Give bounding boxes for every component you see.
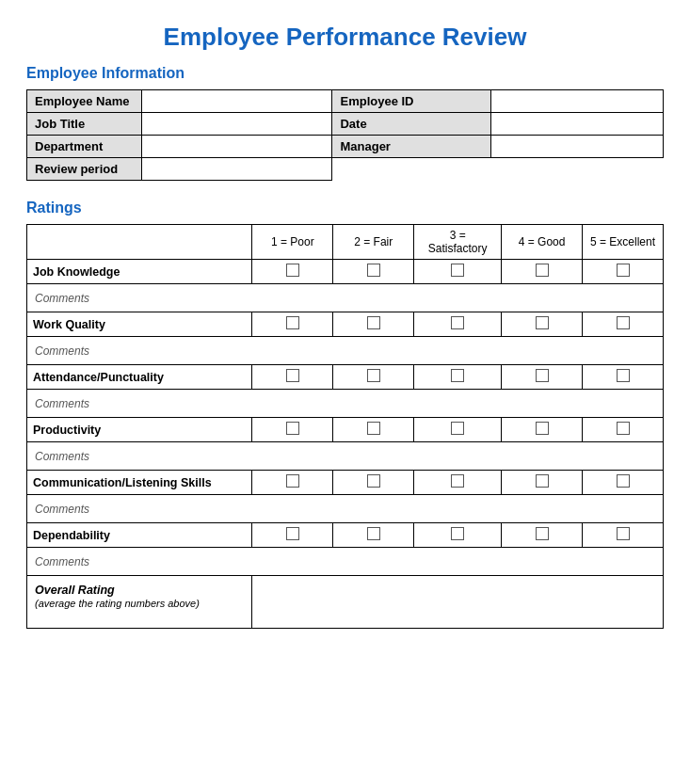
manager-label: Manager bbox=[332, 136, 491, 158]
empty-cell-1 bbox=[332, 158, 491, 181]
checkbox-communication-4[interactable] bbox=[502, 471, 583, 495]
job-title-label: Job Title bbox=[27, 113, 142, 136]
checkbox-job-knowledge-3[interactable] bbox=[414, 260, 502, 284]
checkbox-icon-dependability-4 bbox=[536, 527, 549, 540]
comments-row-communication: Comments bbox=[27, 495, 664, 523]
checkbox-icon-work-quality-1 bbox=[286, 316, 299, 329]
comments-row-attendance: Comments bbox=[27, 390, 664, 418]
comments-cell-dependability[interactable]: Comments bbox=[27, 548, 664, 576]
checkbox-icon-work-quality-4 bbox=[536, 316, 549, 329]
checkbox-attendance-3[interactable] bbox=[414, 365, 502, 390]
category-row-work-quality: Work Quality bbox=[27, 312, 664, 337]
checkbox-icon-productivity-2 bbox=[367, 422, 380, 435]
checkbox-icon-attendance-2 bbox=[367, 369, 380, 382]
checkbox-icon-productivity-3 bbox=[451, 422, 464, 435]
department-label: Department bbox=[27, 136, 142, 158]
category-label-productivity: Productivity bbox=[27, 418, 252, 442]
col-header-1: 1 = Poor bbox=[252, 225, 333, 260]
department-value[interactable] bbox=[141, 136, 332, 158]
checkbox-work-quality-5[interactable] bbox=[583, 312, 664, 337]
checkbox-icon-communication-3 bbox=[451, 474, 464, 488]
date-label: Date bbox=[332, 113, 491, 136]
checkbox-icon-dependability-1 bbox=[286, 527, 299, 540]
checkbox-job-knowledge-1[interactable] bbox=[252, 260, 333, 284]
employee-name-value[interactable] bbox=[141, 90, 332, 113]
checkbox-attendance-2[interactable] bbox=[333, 365, 414, 390]
col-header-4: 4 = Good bbox=[502, 225, 583, 260]
checkbox-dependability-1[interactable] bbox=[252, 523, 333, 548]
comments-row-job-knowledge: Comments bbox=[27, 284, 664, 312]
overall-rating-row: Overall Rating(average the rating number… bbox=[27, 576, 664, 629]
checkbox-communication-2[interactable] bbox=[333, 471, 414, 495]
checkbox-job-knowledge-4[interactable] bbox=[502, 260, 583, 284]
category-row-dependability: Dependability bbox=[27, 523, 664, 548]
ratings-heading: Ratings bbox=[26, 200, 664, 216]
checkbox-job-knowledge-5[interactable] bbox=[583, 260, 664, 284]
category-label-work-quality: Work Quality bbox=[27, 312, 252, 337]
checkbox-attendance-4[interactable] bbox=[502, 365, 583, 390]
checkbox-job-knowledge-2[interactable] bbox=[333, 260, 414, 284]
checkbox-icon-dependability-2 bbox=[367, 527, 380, 540]
category-row-job-knowledge: Job Knowledge bbox=[27, 260, 664, 284]
ratings-table: 1 = Poor 2 = Fair 3 = Satisfactory 4 = G… bbox=[26, 224, 664, 629]
checkbox-productivity-2[interactable] bbox=[333, 418, 414, 442]
checkbox-productivity-1[interactable] bbox=[252, 418, 333, 442]
checkbox-dependability-3[interactable] bbox=[414, 523, 502, 548]
review-period-value[interactable] bbox=[141, 158, 332, 181]
overall-rating-label: Overall Rating(average the rating number… bbox=[27, 576, 252, 629]
checkbox-work-quality-2[interactable] bbox=[333, 312, 414, 337]
checkbox-dependability-5[interactable] bbox=[583, 523, 664, 548]
date-value[interactable] bbox=[491, 113, 664, 136]
job-title-value[interactable] bbox=[141, 113, 332, 136]
review-period-label: Review period bbox=[27, 158, 142, 181]
overall-rating-value[interactable] bbox=[252, 576, 664, 629]
checkbox-productivity-5[interactable] bbox=[583, 418, 664, 442]
checkbox-icon-job-knowledge-4 bbox=[536, 264, 549, 277]
checkbox-dependability-2[interactable] bbox=[333, 523, 414, 548]
checkbox-icon-attendance-3 bbox=[451, 369, 464, 382]
employee-id-label: Employee ID bbox=[332, 90, 491, 113]
checkbox-icon-job-knowledge-5 bbox=[617, 264, 630, 277]
category-row-attendance: Attendance/Punctuality bbox=[27, 365, 664, 390]
checkbox-attendance-5[interactable] bbox=[583, 365, 664, 390]
checkbox-work-quality-3[interactable] bbox=[414, 312, 502, 337]
checkbox-icon-productivity-5 bbox=[617, 422, 630, 435]
comments-cell-work-quality[interactable]: Comments bbox=[27, 337, 664, 365]
comments-cell-productivity[interactable]: Comments bbox=[27, 442, 664, 471]
comments-row-productivity: Comments bbox=[27, 442, 664, 471]
checkbox-communication-3[interactable] bbox=[414, 471, 502, 495]
checkbox-icon-attendance-5 bbox=[617, 369, 630, 382]
checkbox-attendance-1[interactable] bbox=[252, 365, 333, 390]
col-header-2: 2 = Fair bbox=[333, 225, 414, 260]
employee-info-table: Employee Name Employee ID Job Title Date… bbox=[26, 89, 664, 181]
comments-row-work-quality: Comments bbox=[27, 337, 664, 365]
checkbox-icon-productivity-1 bbox=[286, 422, 299, 435]
checkbox-icon-work-quality-3 bbox=[451, 316, 464, 329]
category-row-communication: Communication/Listening Skills bbox=[27, 471, 664, 495]
checkbox-icon-job-knowledge-2 bbox=[367, 264, 380, 277]
checkbox-communication-1[interactable] bbox=[252, 471, 333, 495]
category-label-dependability: Dependability bbox=[27, 523, 252, 548]
checkbox-icon-communication-5 bbox=[617, 474, 630, 488]
checkbox-work-quality-4[interactable] bbox=[502, 312, 583, 337]
category-label-attendance: Attendance/Punctuality bbox=[27, 365, 252, 390]
comments-cell-communication[interactable]: Comments bbox=[27, 495, 664, 523]
manager-value[interactable] bbox=[491, 136, 664, 158]
col-header-blank bbox=[27, 225, 252, 260]
checkbox-icon-job-knowledge-3 bbox=[451, 264, 464, 277]
checkbox-communication-5[interactable] bbox=[583, 471, 664, 495]
employee-id-value[interactable] bbox=[491, 90, 664, 113]
checkbox-icon-work-quality-5 bbox=[617, 316, 630, 329]
checkbox-icon-job-knowledge-1 bbox=[286, 264, 299, 277]
checkbox-icon-attendance-4 bbox=[536, 369, 549, 382]
checkbox-work-quality-1[interactable] bbox=[252, 312, 333, 337]
checkbox-icon-productivity-4 bbox=[536, 422, 549, 435]
checkbox-dependability-4[interactable] bbox=[502, 523, 583, 548]
checkbox-productivity-4[interactable] bbox=[502, 418, 583, 442]
checkbox-icon-work-quality-2 bbox=[367, 316, 380, 329]
col-header-3: 3 = Satisfactory bbox=[414, 225, 502, 260]
checkbox-icon-dependability-5 bbox=[617, 527, 630, 540]
comments-cell-attendance[interactable]: Comments bbox=[27, 390, 664, 418]
comments-cell-job-knowledge[interactable]: Comments bbox=[27, 284, 664, 312]
checkbox-productivity-3[interactable] bbox=[414, 418, 502, 442]
